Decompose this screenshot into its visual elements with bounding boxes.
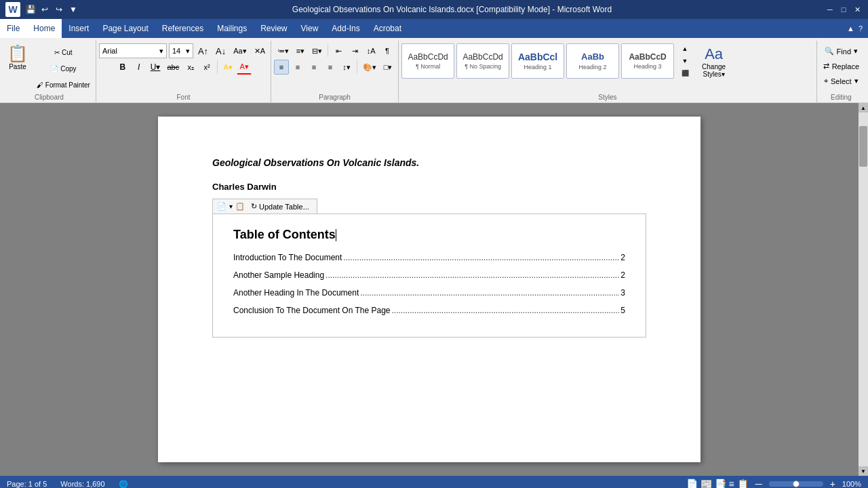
language-icon[interactable]: 🌐 bbox=[119, 480, 128, 489]
zoom-out-btn[interactable]: ─ bbox=[755, 479, 762, 488]
update-table-button[interactable]: ↻ Update Table... bbox=[248, 201, 313, 212]
document-page[interactable]: Geological Observations On Volcanic Isla… bbox=[158, 117, 701, 462]
toc-heading: Table of Contents bbox=[233, 228, 625, 242]
toc-dropdown-arrow[interactable]: ▾ bbox=[229, 203, 233, 210]
ribbon-minimize-btn[interactable]: ▲ bbox=[847, 24, 854, 33]
grow-font-button[interactable]: A↑ bbox=[195, 43, 211, 58]
copy-button[interactable]: 📄 Copy bbox=[34, 61, 93, 76]
styles-expand[interactable]: ⬛ bbox=[677, 68, 692, 79]
paste-button[interactable]: 📋 Paste bbox=[5, 43, 30, 73]
font-color-button[interactable]: A▾ bbox=[237, 60, 252, 75]
scroll-down-btn[interactable]: ▼ bbox=[859, 466, 868, 476]
style-heading1[interactable]: AaBbCcl Heading 1 bbox=[511, 43, 564, 79]
full-reading-btn[interactable]: 📰 bbox=[701, 479, 712, 488]
vertical-scrollbar[interactable]: ▲ ▼ bbox=[859, 103, 868, 476]
menu-insert[interactable]: Insert bbox=[62, 19, 96, 38]
zoom-thumb bbox=[793, 481, 800, 487]
font-size-dropdown[interactable]: 14 ▾ bbox=[169, 43, 193, 58]
replace-icon: ⇄ bbox=[823, 62, 829, 70]
zoom-slider[interactable] bbox=[769, 481, 823, 487]
maximize-btn[interactable]: □ bbox=[838, 5, 849, 14]
font-name-dropdown[interactable]: Arial ▾ bbox=[99, 43, 167, 58]
menu-view[interactable]: View bbox=[294, 19, 326, 38]
strikethrough-button[interactable]: abc bbox=[164, 60, 182, 75]
paste-label: Paste bbox=[9, 63, 26, 70]
shading-button[interactable]: 🎨▾ bbox=[360, 60, 379, 75]
replace-button[interactable]: ⇄ Replace bbox=[820, 60, 863, 73]
bold-button[interactable]: B bbox=[115, 60, 130, 75]
subscript-button[interactable]: x₂ bbox=[183, 60, 198, 75]
bullets-button[interactable]: ≔▾ bbox=[275, 43, 292, 58]
style-heading2[interactable]: AaBb Heading 2 bbox=[566, 43, 619, 79]
align-right-button[interactable]: ≡ bbox=[307, 60, 321, 75]
shrink-font-button[interactable]: A↓ bbox=[213, 43, 229, 58]
sort-button[interactable]: ↕A bbox=[363, 43, 378, 58]
menu-page-layout[interactable]: Page Layout bbox=[96, 19, 155, 38]
quick-access-dropdown[interactable]: ▼ bbox=[67, 3, 79, 16]
update-table-label: Update Table... bbox=[259, 203, 309, 211]
close-btn[interactable]: ✕ bbox=[852, 5, 863, 14]
scroll-thumb[interactable] bbox=[859, 126, 867, 167]
print-layout-btn[interactable]: 📄 bbox=[686, 479, 698, 488]
menu-references[interactable]: References bbox=[155, 19, 210, 38]
menu-home[interactable]: Home bbox=[26, 19, 62, 38]
borders-button[interactable]: □▾ bbox=[380, 60, 395, 75]
styles-scroll-down[interactable]: ▼ bbox=[677, 56, 692, 66]
justify-button[interactable]: ≡ bbox=[323, 60, 338, 75]
highlight-button[interactable]: A▾ bbox=[220, 60, 235, 75]
draft-btn[interactable]: 📋 bbox=[737, 479, 749, 488]
menu-acrobat[interactable]: Acrobat bbox=[367, 19, 408, 38]
help-btn[interactable]: ? bbox=[859, 24, 863, 33]
save-quick-btn[interactable]: 💾 bbox=[24, 3, 37, 16]
style-heading3-label: Heading 3 bbox=[634, 63, 662, 70]
minimize-btn[interactable]: ─ bbox=[825, 5, 835, 14]
change-styles-button[interactable]: Aa ChangeStyles▾ bbox=[697, 43, 730, 80]
align-center-button[interactable]: ≡ bbox=[290, 60, 305, 75]
toc-box[interactable]: Table of Contents Introduction To The Do… bbox=[212, 214, 646, 338]
cut-button[interactable]: ✂ Cut bbox=[34, 45, 93, 60]
superscript-button[interactable]: x² bbox=[199, 60, 214, 75]
menu-file[interactable]: File bbox=[0, 19, 26, 38]
increase-indent-button[interactable]: ⇥ bbox=[347, 43, 362, 58]
select-button[interactable]: ⌖ Select ▾ bbox=[821, 75, 862, 87]
redo-quick-btn[interactable]: ↪ bbox=[53, 3, 65, 16]
toc-entry-3[interactable]: Another Heading In The Document ........… bbox=[233, 288, 625, 298]
numbering-button[interactable]: ≡▾ bbox=[293, 43, 308, 58]
menu-bar: File Home Insert Page Layout References … bbox=[0, 19, 868, 38]
show-pilcrow-button[interactable]: ¶ bbox=[380, 43, 395, 58]
toc-entry-1[interactable]: Introduction To The Document ...........… bbox=[233, 253, 625, 262]
font-separator bbox=[217, 60, 218, 74]
style-no-spacing[interactable]: AaBbCcDd ¶ No Spacing bbox=[456, 43, 509, 79]
toc-entry-4[interactable]: Conclusion To The Document On The Page .… bbox=[233, 306, 625, 315]
quick-access-toolbar: 💾 ↩ ↪ ▼ bbox=[24, 3, 79, 16]
clear-format-button[interactable]: ✕A bbox=[252, 43, 268, 58]
styles-scroll-up[interactable]: ▲ bbox=[677, 43, 692, 54]
toc-entry-2[interactable]: Another Sample Heading .................… bbox=[233, 270, 625, 280]
style-normal[interactable]: AaBbCcDd ¶ Normal bbox=[401, 43, 454, 79]
menu-mailings[interactable]: Mailings bbox=[210, 19, 254, 38]
change-case-button[interactable]: Aa▾ bbox=[231, 43, 249, 58]
style-no-spacing-label: ¶ No Spacing bbox=[465, 63, 501, 70]
find-button[interactable]: 🔍 Find ▾ bbox=[821, 45, 861, 58]
zoom-in-btn[interactable]: + bbox=[830, 479, 835, 488]
scroll-up-btn[interactable]: ▲ bbox=[859, 103, 868, 113]
underline-button[interactable]: U▾ bbox=[148, 60, 163, 75]
toc-entry-2-text: Another Sample Heading bbox=[233, 270, 324, 280]
web-layout-btn[interactable]: 📑 bbox=[715, 479, 726, 488]
menu-review[interactable]: Review bbox=[254, 19, 294, 38]
style-heading3[interactable]: AaBbCcD Heading 3 bbox=[621, 43, 674, 79]
document-title: Geological Observations On Volcanic Isla… bbox=[212, 157, 646, 168]
undo-quick-btn[interactable]: ↩ bbox=[39, 3, 51, 16]
align-left-button[interactable]: ≡ bbox=[274, 60, 289, 75]
menu-addins[interactable]: Add-Ins bbox=[325, 19, 366, 38]
multilevel-button[interactable]: ⊟▾ bbox=[309, 43, 325, 58]
decrease-indent-button[interactable]: ⇤ bbox=[331, 43, 346, 58]
format-painter-button[interactable]: 🖌 Format Painter bbox=[34, 77, 93, 92]
status-bar-right: 📄 📰 📑 ≡ 📋 ─ + 100% bbox=[686, 479, 861, 488]
line-spacing-button[interactable]: ↕▾ bbox=[339, 60, 354, 75]
style-normal-label: ¶ Normal bbox=[416, 63, 440, 70]
italic-button[interactable]: I bbox=[132, 60, 146, 75]
paragraph-section: ≔▾ ≡▾ ⊟▾ ⇤ ⇥ ↕A ¶ ≡ ≡ ≡ ≡ ↕▾ 🎨▾ bbox=[271, 41, 399, 102]
clipboard-section: 📋 Paste ✂ Cut 📄 Copy 🖌 Format Painter Cl… bbox=[3, 41, 96, 102]
outline-btn[interactable]: ≡ bbox=[729, 479, 734, 488]
